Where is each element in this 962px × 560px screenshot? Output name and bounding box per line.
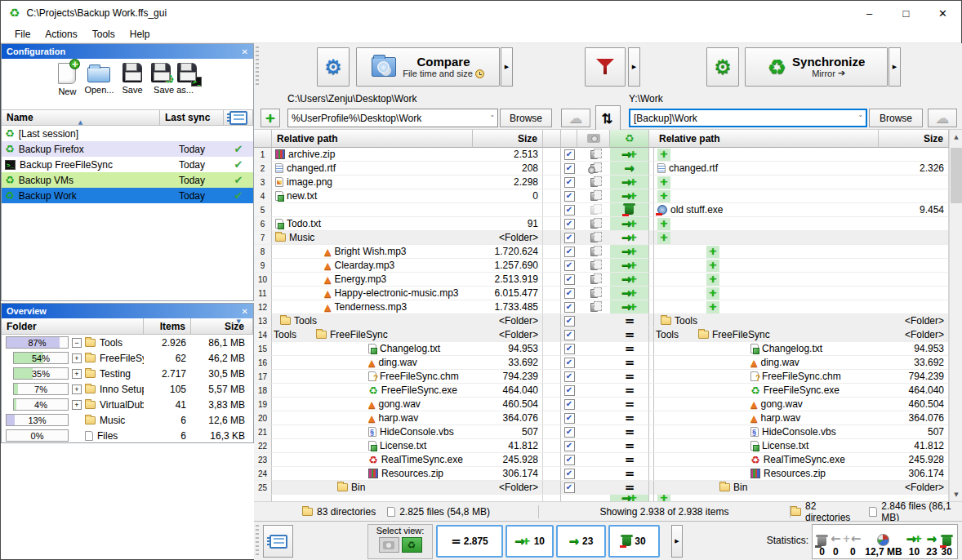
left-name-cell[interactable]: Resources.zip bbox=[272, 467, 473, 481]
maximize-button[interactable]: □ bbox=[888, 1, 924, 25]
include-checkbox-cell[interactable]: ✔ bbox=[561, 189, 577, 203]
sync-action-cell[interactable]: →+ bbox=[610, 273, 649, 287]
bottombar-gripper[interactable] bbox=[256, 525, 259, 558]
grid-row[interactable]: 15Changelog.txt94.953✔=Changelog.txt94.9… bbox=[254, 342, 962, 356]
left-size-cell[interactable]: <Folder> bbox=[473, 231, 543, 245]
include-checkbox[interactable]: ✔ bbox=[564, 358, 575, 368]
include-checkbox-cell[interactable]: ✔ bbox=[561, 439, 577, 453]
config-row[interactable]: ♻Backup WorkToday✔ bbox=[2, 188, 253, 203]
left-size-cell[interactable]: 2.513 bbox=[473, 148, 543, 162]
column-header-log[interactable] bbox=[224, 110, 253, 126]
left-name-cell[interactable]: ▲gong.wav bbox=[272, 398, 473, 411]
grid-row[interactable]: 11▲Happy-electronic-music.mp36.015.477✔→… bbox=[254, 287, 962, 300]
left-size-cell[interactable]: 1.733.485 bbox=[473, 300, 543, 314]
grid-row[interactable]: 24Resources.zip306.174✔=Resources.zip306… bbox=[254, 467, 962, 481]
column-header-size[interactable]: Size▼ bbox=[191, 318, 253, 335]
grid-row[interactable]: 16▲ding.wav33.692✔=▲ding.wav33.692 bbox=[254, 356, 962, 370]
sync-action-cell[interactable]: = bbox=[610, 467, 649, 481]
left-size-cell[interactable]: 91 bbox=[473, 217, 543, 231]
left-name-cell[interactable]: ToolsFreeFileSync bbox=[272, 328, 473, 342]
sync-action-cell[interactable]: →+ bbox=[610, 300, 649, 314]
sync-action-cell[interactable]: = bbox=[610, 411, 649, 425]
sync-action-cell[interactable]: →+ bbox=[610, 176, 649, 189]
include-checkbox-cell[interactable]: ✔ bbox=[561, 314, 577, 328]
toolbar-gripper[interactable] bbox=[256, 47, 259, 87]
right-name-cell[interactable]: ▲gong.wav bbox=[654, 398, 879, 411]
column-header-folder[interactable]: Folder bbox=[2, 318, 144, 335]
view-toggle-arrow[interactable]: →23 bbox=[556, 525, 606, 558]
left-name-cell[interactable]: ▲harp.wav bbox=[272, 411, 473, 425]
left-name-cell[interactable]: archive.zip bbox=[272, 148, 473, 162]
grid-row[interactable]: 12▲Tenderness.mp31.733.485✔→++ bbox=[254, 300, 962, 314]
right-name-cell[interactable]: + bbox=[654, 231, 879, 245]
right-name-cell[interactable]: + bbox=[654, 259, 879, 273]
filter-dropdown-arrow[interactable]: ▶ bbox=[628, 47, 640, 87]
right-name-cell[interactable]: + bbox=[654, 176, 879, 189]
overview-row[interactable]: 13%Music612,6 MB bbox=[2, 412, 253, 428]
sync-action-cell[interactable]: = bbox=[610, 425, 649, 439]
right-size-cell[interactable]: 460.504 bbox=[879, 398, 949, 411]
left-browse-button[interactable]: Browse bbox=[500, 109, 552, 127]
include-checkbox-cell[interactable]: ✔ bbox=[561, 287, 577, 300]
include-checkbox[interactable]: ✔ bbox=[564, 247, 575, 257]
include-checkbox[interactable]: ✔ bbox=[564, 441, 575, 451]
left-size-cell[interactable]: 460.504 bbox=[473, 398, 543, 411]
include-checkbox-cell[interactable]: ✔ bbox=[561, 217, 577, 231]
compare-dropdown-arrow[interactable]: ▶ bbox=[501, 47, 513, 87]
left-size-cell[interactable]: 794.239 bbox=[473, 370, 543, 384]
left-folder-combo[interactable]: %UserProfile%\Desktop\Work ˅ bbox=[287, 109, 498, 127]
right-size-cell[interactable]: <Folder> bbox=[879, 328, 949, 342]
include-checkbox[interactable]: ✔ bbox=[564, 191, 575, 202]
right-relative-path-header[interactable]: Relative path bbox=[654, 130, 879, 148]
grid-row[interactable]: 25Bin<Folder>✔=Bin<Folder> bbox=[254, 481, 962, 495]
comparison-settings-button[interactable]: ⚙ bbox=[317, 47, 350, 87]
right-name-cell[interactable]: ♻FreeFileSync.exe bbox=[654, 384, 879, 398]
sync-action-cell[interactable]: →+ bbox=[610, 189, 649, 203]
left-size-cell[interactable]: <Folder> bbox=[473, 481, 543, 495]
left-name-cell[interactable]: Bin bbox=[272, 481, 473, 495]
sync-settings-button[interactable]: ⚙ bbox=[706, 47, 739, 87]
right-name-cell[interactable]: Changelog.txt bbox=[654, 342, 879, 356]
include-checkbox-cell[interactable]: ✔ bbox=[561, 259, 577, 273]
config-row[interactable]: ♻Backup FirefoxToday✔ bbox=[2, 141, 253, 157]
left-size-cell[interactable]: 208 bbox=[473, 162, 543, 176]
include-checkbox-cell[interactable]: ✔ bbox=[561, 384, 577, 398]
include-checkbox-cell[interactable]: ✔ bbox=[561, 411, 577, 425]
right-size-cell[interactable]: 794.239 bbox=[879, 370, 949, 384]
right-size-cell[interactable] bbox=[879, 217, 949, 231]
include-checkbox[interactable]: ✔ bbox=[564, 413, 575, 424]
grid-row[interactable]: 18♻FreeFileSync.exe464.040✔=♻FreeFileSyn… bbox=[254, 384, 962, 398]
include-checkbox[interactable]: ✔ bbox=[564, 163, 575, 174]
grid-row[interactable]: 2changed.rtf208✔→changed.rtf2.326 bbox=[254, 162, 962, 176]
grid-row[interactable]: 17FreeFileSync.chm794.239✔=FreeFileSync.… bbox=[254, 370, 962, 384]
sync-action-cell[interactable]: = bbox=[610, 384, 649, 398]
include-checkbox-cell[interactable]: ✔ bbox=[561, 425, 577, 439]
left-size-cell[interactable]: 1.720.624 bbox=[473, 245, 543, 259]
right-name-cell[interactable]: HideConsole.vbs bbox=[654, 425, 879, 439]
left-name-cell[interactable]: ▲ding.wav bbox=[272, 356, 473, 370]
include-checkbox-cell[interactable]: ✔ bbox=[561, 370, 577, 384]
include-checkbox-cell[interactable]: ✔ bbox=[561, 245, 577, 259]
open-log-button[interactable] bbox=[263, 525, 293, 558]
include-checkbox[interactable]: ✔ bbox=[564, 316, 575, 327]
scrollbar-thumb[interactable] bbox=[951, 148, 962, 203]
right-size-cell[interactable]: 2.326 bbox=[879, 162, 949, 176]
config-row[interactable]: >_Backup FreeFileSyncToday✔ bbox=[2, 157, 253, 172]
right-name-cell[interactable]: + bbox=[654, 148, 879, 162]
right-name-cell[interactable]: ToolsFreeFileSync bbox=[654, 328, 879, 342]
left-size-cell[interactable] bbox=[473, 495, 543, 501]
sync-action-cell[interactable]: = bbox=[610, 314, 649, 328]
vertical-scrollbar[interactable]: ▲ ▼ bbox=[949, 130, 962, 501]
left-name-cell[interactable]: Todo.txt bbox=[272, 217, 473, 231]
left-name-cell[interactable] bbox=[272, 203, 473, 217]
sync-action-cell[interactable]: →+ bbox=[610, 259, 649, 273]
left-size-cell[interactable]: 1.257.690 bbox=[473, 259, 543, 273]
right-name-cell[interactable]: + bbox=[654, 217, 879, 231]
include-checkbox[interactable]: ✔ bbox=[564, 399, 575, 410]
include-checkbox[interactable]: ✔ bbox=[564, 205, 575, 216]
left-name-cell[interactable]: License.txt bbox=[272, 439, 473, 453]
sync-action-cell[interactable] bbox=[610, 203, 649, 217]
right-size-cell[interactable]: 33.692 bbox=[879, 356, 949, 370]
include-checkbox[interactable]: ✔ bbox=[564, 469, 575, 479]
sync-action-cell[interactable]: → bbox=[610, 162, 649, 176]
